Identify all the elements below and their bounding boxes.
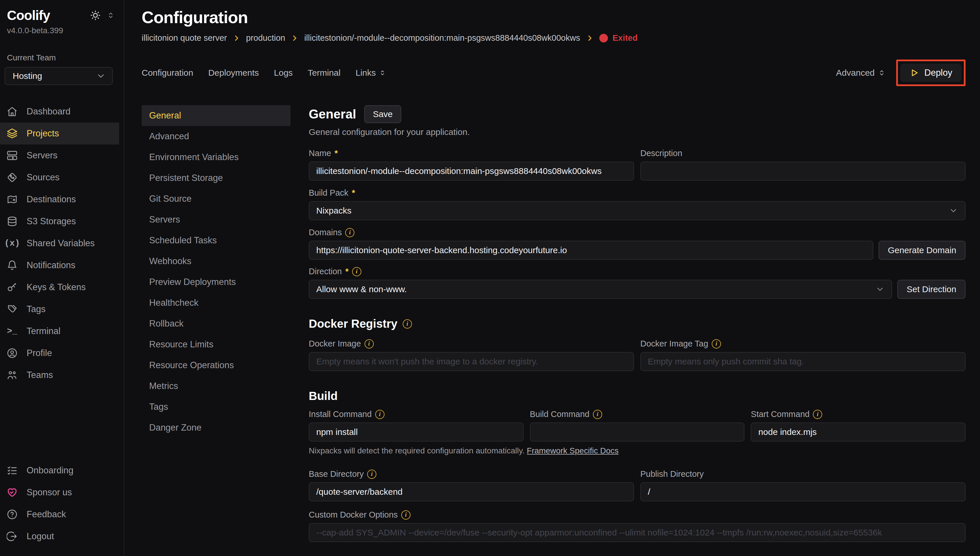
status-badge: Exited [599,33,638,43]
sidebar-item-label: Sponsor us [27,487,72,498]
domains-input[interactable] [309,241,873,260]
sidebar-item-terminal[interactable]: >_ Terminal [0,320,124,342]
sidebar-item-label: Feedback [27,509,66,520]
sidebar-item-servers[interactable]: Servers [0,144,124,166]
sidebar-item-label: S3 Storages [27,216,76,226]
sidebar-item-teams[interactable]: Teams [0,364,124,386]
info-icon: i [813,410,822,419]
docker-image-tag-input[interactable] [640,352,965,371]
subnav-item-resource-limits[interactable]: Resource Limits [142,334,291,355]
tab-configuration[interactable]: Configuration [142,68,193,78]
required-mark: * [335,149,338,158]
subnav-item-scheduled-tasks[interactable]: Scheduled Tasks [142,230,291,251]
base-directory-input[interactable] [309,482,634,501]
tab-terminal[interactable]: Terminal [308,68,341,78]
breadcrumb-environment[interactable]: production [246,33,285,43]
sidebar-item-profile[interactable]: Profile [0,342,124,364]
subnav-item-environment-variables[interactable]: Environment Variables [142,147,291,168]
sidebar-item-keys-tokens[interactable]: Keys & Tokens [0,276,124,298]
sidebar-item-label: Sources [27,172,60,183]
install-command-input[interactable] [309,422,524,441]
sidebar-item-sources[interactable]: Sources [0,166,124,188]
subnav-item-resource-operations[interactable]: Resource Operations [142,355,291,376]
main-content: Configuration illicitonion quote server … [124,0,980,556]
subnav-item-general[interactable]: General [142,105,291,126]
build-command-input[interactable] [530,422,745,441]
docker-image-tag-label: Docker Image Tag [640,339,708,349]
sidebar-item-onboarding[interactable]: Onboarding [0,459,124,482]
advanced-dropdown[interactable]: Advanced [836,68,885,78]
sun-icon[interactable] [90,10,101,21]
tab-links[interactable]: Links [356,68,386,78]
section-title-docker-registry: Docker Registry [309,317,398,330]
save-button[interactable]: Save [364,105,401,123]
custom-docker-options-label: Custom Docker Options [309,510,398,520]
sidebar-item-projects[interactable]: Projects [0,123,119,144]
tab-deployments[interactable]: Deployments [208,68,259,78]
build-pack-value: Nixpacks [316,206,351,216]
sidebar-item-logout[interactable]: Logout [0,525,124,547]
publish-directory-input[interactable] [640,482,965,501]
subnav-item-preview-deployments[interactable]: Preview Deployments [142,272,291,293]
chevron-down-icon [949,206,958,215]
sidebar-item-label: Destinations [27,194,76,205]
generate-domain-button[interactable]: Generate Domain [878,241,965,260]
sidebar-item-s3-storages[interactable]: S3 Storages [0,210,124,232]
app-logo[interactable]: Coolify [7,8,50,23]
nixpacks-helper-text: Nixpacks will detect the required config… [309,446,965,456]
breadcrumb: illicitonion quote server production ill… [142,33,965,43]
required-mark: * [345,267,348,276]
sidebar-item-destinations[interactable]: Destinations [0,188,124,210]
sidebar-item-feedback[interactable]: Feedback [0,503,124,525]
sidebar-item-label: Keys & Tokens [27,282,86,293]
description-input[interactable] [640,162,965,181]
bell-icon [6,260,18,271]
subnav-item-advanced[interactable]: Advanced [142,126,291,147]
sidebar-item-dashboard[interactable]: Dashboard [0,100,124,123]
sidebar-item-tags[interactable]: Tags [0,298,124,320]
deploy-label: Deploy [925,68,953,78]
docker-image-label: Docker Image [309,339,361,349]
sidebar-item-notifications[interactable]: Notifications [0,254,124,276]
chevron-right-icon [233,34,240,42]
custom-docker-options-input[interactable] [309,523,965,542]
subnav-item-persistent-storage[interactable]: Persistent Storage [142,168,291,188]
info-icon: i [712,339,721,349]
set-direction-button[interactable]: Set Direction [898,280,965,299]
build-command-label: Build Command [530,409,589,419]
users-icon [6,370,18,381]
name-input[interactable] [309,162,634,181]
direction-select[interactable]: Allow www & non-www. [309,280,892,299]
subnav-item-git-source[interactable]: Git Source [142,188,291,209]
sidebar-item-sponsor-us[interactable]: Sponsor us [0,482,124,503]
framework-docs-link[interactable]: Framework Specific Docs [527,446,618,455]
tab-logs[interactable]: Logs [274,68,293,78]
breadcrumb-resource[interactable]: illicitestonion/-module--decomposition:m… [304,33,580,43]
subnav-item-metrics[interactable]: Metrics [142,376,291,396]
subnav-item-webhooks[interactable]: Webhooks [142,251,291,272]
app-version: v4.0.0-beta.399 [0,26,124,35]
start-command-input[interactable] [751,422,965,441]
theme-select-chevrons-icon[interactable] [107,11,115,19]
breadcrumb-project[interactable]: illicitonion quote server [142,33,227,43]
chevron-right-icon [586,34,593,42]
deploy-button[interactable]: Deploy [900,63,962,82]
sidebar-item-label: Profile [27,348,52,358]
docker-image-input[interactable] [309,352,634,371]
subnav-item-healthcheck[interactable]: Healthcheck [142,293,291,313]
info-icon: i [352,267,361,276]
subnav-item-danger-zone[interactable]: Danger Zone [142,417,291,438]
subnav-item-tags[interactable]: Tags [142,396,291,417]
subnav-item-servers[interactable]: Servers [142,209,291,230]
build-pack-select[interactable]: Nixpacks [309,201,965,220]
layers-icon [6,128,18,139]
helper-text: Nixpacks will detect the required config… [309,446,525,455]
team-select[interactable]: Hosting [5,67,113,85]
advanced-label: Advanced [836,68,875,78]
direction-label: Direction [309,267,342,276]
help-circle-icon [6,509,18,520]
subnav-item-rollback[interactable]: Rollback [142,313,291,334]
direction-value: Allow www & non-www. [316,284,407,294]
logo-row: Coolify [0,8,124,23]
sidebar-item-shared-variables[interactable]: (x) Shared Variables [0,232,124,254]
